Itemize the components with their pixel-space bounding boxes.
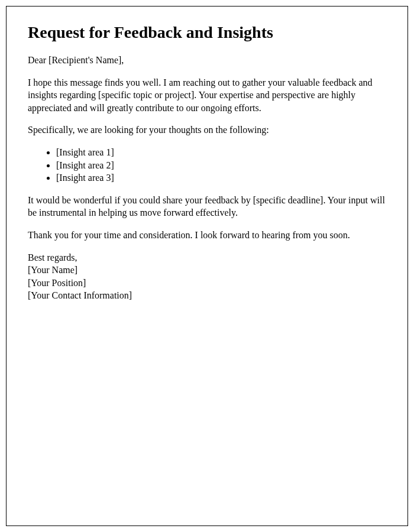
signature-position: [Your Position]: [28, 277, 386, 290]
insight-list: [Insight area 1] [Insight area 2] [Insig…: [28, 146, 386, 184]
lead-in-paragraph: Specifically, we are looking for your th…: [28, 124, 386, 137]
closing-line: Best regards,: [28, 251, 386, 264]
thanks-paragraph: Thank you for your time and consideratio…: [28, 229, 386, 242]
insight-item: [Insight area 2]: [56, 159, 386, 172]
signature-contact: [Your Contact Information]: [28, 289, 386, 302]
document-title: Request for Feedback and Insights: [28, 23, 386, 42]
signature-block: Best regards, [Your Name] [Your Position…: [28, 251, 386, 302]
insight-item: [Insight area 1]: [56, 146, 386, 159]
intro-paragraph: I hope this message finds you well. I am…: [28, 76, 386, 115]
insight-item: [Insight area 3]: [56, 171, 386, 184]
signature-name: [Your Name]: [28, 264, 386, 277]
salutation: Dear [Recipient's Name],: [28, 54, 386, 67]
document-page: Request for Feedback and Insights Dear […: [6, 6, 408, 526]
deadline-paragraph: It would be wonderful if you could share…: [28, 194, 386, 219]
